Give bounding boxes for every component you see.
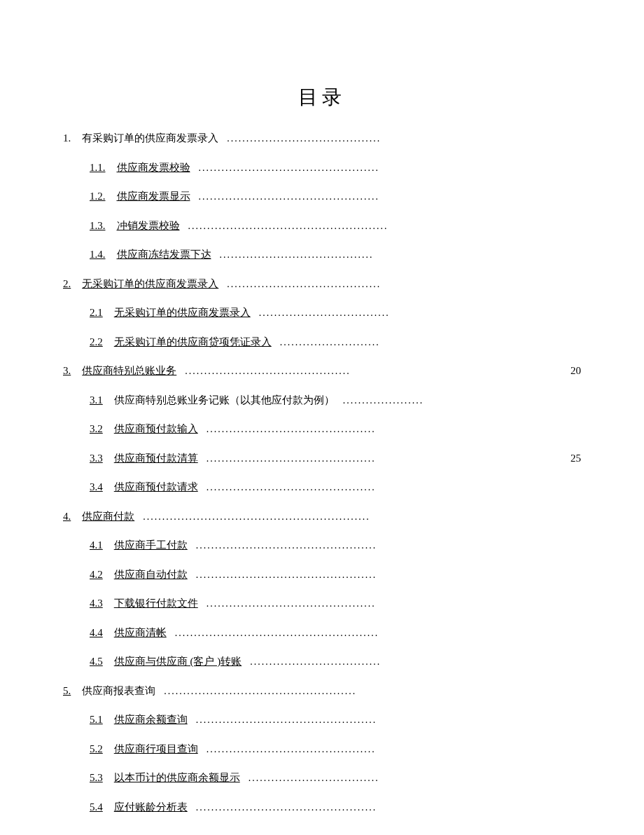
- toc-entry[interactable]: 4.4供应商清帐................................…: [63, 625, 581, 641]
- toc-entry-left: 1.2.供应商发票显示.............................…: [90, 188, 379, 205]
- toc-leader-dots: ........................................…: [188, 219, 388, 233]
- toc-entry-label: 供应商付款: [82, 509, 134, 525]
- toc-entry-label: 无采购订单的供应商发票录入: [114, 305, 251, 321]
- toc-entry-label: 无采购订单的供应商发票录入: [82, 276, 218, 292]
- toc-entry-number: 3.1: [90, 392, 103, 408]
- toc-entry-left: 5.4应付账龄分析表..............................…: [90, 799, 377, 815]
- toc-entry-number: 3.2: [90, 421, 103, 437]
- toc-entry-label: 供应商冻结发票下达: [117, 247, 211, 263]
- toc-entry[interactable]: 5.4应付账龄分析表..............................…: [63, 799, 581, 815]
- toc-entry-label: 供应商行项目查询: [114, 741, 198, 757]
- toc-page-number: 25: [556, 450, 581, 467]
- toc-entry-left: 4.1供应商手工付款..............................…: [90, 537, 377, 553]
- toc-entry-left: 1.1.供应商发票校验.............................…: [90, 160, 379, 176]
- toc-entry-number: 4.2: [90, 567, 103, 583]
- toc-entry-number: 5.4: [90, 799, 103, 815]
- toc-entry[interactable]: 3.4供应商预付款请求.............................…: [63, 479, 581, 495]
- toc-leader-dots: ........................................…: [196, 538, 377, 553]
- toc-entry[interactable]: 4.2供应商自动付款..............................…: [63, 567, 581, 583]
- toc-entry-label: 供应商余额查询: [114, 712, 188, 728]
- toc-entry-number: 3.3: [90, 450, 103, 467]
- toc-entry-number: 3.: [63, 363, 71, 379]
- toc-title: 目录: [63, 84, 581, 111]
- toc-entry-left: 3.2供应商预付款输入.............................…: [90, 421, 376, 437]
- toc-leader-dots: ..................................: [248, 771, 379, 785]
- toc-entry[interactable]: 1.4.供应商冻结发票下达...........................…: [63, 247, 581, 263]
- toc-entry[interactable]: 2.无采购订单的供应商发票录入.........................…: [63, 276, 581, 292]
- toc-entry[interactable]: 2.2无采购订单的供应商贷项凭证录入......................…: [63, 334, 581, 350]
- toc-entry-number: 5.3: [90, 770, 103, 786]
- toc-entry-label: 供应商自动付款: [114, 567, 188, 583]
- toc-leader-dots: ........................................…: [196, 800, 377, 815]
- toc-entry[interactable]: 1.1.供应商发票校验.............................…: [63, 160, 581, 176]
- toc-entry-number: 5.: [63, 683, 71, 699]
- toc-leader-dots: ........................................…: [164, 684, 356, 698]
- toc-entry-number: 5.2: [90, 741, 103, 757]
- toc-leader-dots: ..................................: [250, 654, 381, 669]
- toc-leader-dots: ........................................…: [185, 364, 351, 378]
- toc-leader-dots: ..................................: [259, 305, 390, 320]
- toc-entry-label: 有采购订单的供应商发票录入: [82, 130, 218, 146]
- toc-entry[interactable]: 3.2供应商预付款输入.............................…: [63, 421, 581, 437]
- toc-entry-label: 应付账龄分析表: [114, 799, 188, 815]
- toc-entry[interactable]: 1.3.冲销发票校验..............................…: [63, 218, 581, 234]
- toc-entry[interactable]: 4.5供应商与供应商 (客户 )转账......................…: [63, 654, 581, 670]
- toc-entry-left: 4.供应商付款.................................…: [63, 509, 370, 525]
- toc-entry[interactable]: 1.2.供应商发票显示.............................…: [63, 188, 581, 205]
- toc-leader-dots: ........................................: [220, 247, 374, 262]
- toc-entry-left: 1.3.冲销发票校验..............................…: [90, 218, 388, 234]
- toc-entry[interactable]: 3.1供应商特别总账业务记账（以其他应付款为例）................…: [63, 392, 581, 408]
- toc-entry[interactable]: 3.3供应商预付款清算.............................…: [63, 450, 581, 467]
- toc-entry-label: 供应商特别总账业务: [82, 363, 176, 379]
- toc-leader-dots: ........................................: [227, 277, 381, 291]
- toc-entry[interactable]: 3.供应商特别总账业务.............................…: [63, 363, 581, 379]
- toc-entry-number: 1.1.: [90, 160, 106, 176]
- toc-entry[interactable]: 4.供应商付款.................................…: [63, 509, 581, 525]
- toc-entry-left: 3.供应商特别总账业务.............................…: [63, 363, 351, 379]
- toc-entry-left: 5.1供应商余额查询..............................…: [90, 712, 377, 728]
- toc-entry-label: 供应商特别总账业务记账（以其他应付款为例）: [114, 392, 335, 408]
- toc-leader-dots: ........................................: [227, 131, 381, 146]
- toc-entry-number: 1.4.: [90, 247, 106, 263]
- toc-entry-number: 1.: [63, 130, 71, 146]
- toc-entry-label: 下载银行付款文件: [114, 595, 198, 612]
- toc-entry-label: 供应商报表查询: [82, 683, 155, 699]
- toc-entry[interactable]: 5.供应商报表查询...............................…: [63, 683, 581, 699]
- toc-entry-label: 供应商预付款清算: [114, 450, 198, 467]
- toc-entry-label: 供应商发票校验: [117, 160, 190, 176]
- toc-entry-number: 4.: [63, 509, 71, 525]
- toc-entry[interactable]: 4.3下载银行付款文件.............................…: [63, 595, 581, 612]
- toc-entry[interactable]: 4.1供应商手工付款..............................…: [63, 537, 581, 553]
- toc-leader-dots: ........................................…: [206, 742, 376, 757]
- toc-leader-dots: ........................................…: [143, 509, 370, 524]
- toc-entry-left: 2.1无采购订单的供应商发票录入........................…: [90, 305, 390, 321]
- toc-entry[interactable]: 1.有采购订单的供应商发票录入.........................…: [63, 130, 581, 146]
- toc-leader-dots: ........................................…: [196, 712, 377, 727]
- toc-leader-dots: ........................................…: [206, 451, 376, 466]
- toc-leader-dots: ........................................…: [199, 160, 380, 175]
- toc-entry-left: 1.有采购订单的供应商发票录入.........................…: [63, 130, 381, 146]
- toc-leader-dots: .....................: [343, 393, 424, 408]
- toc-entry-number: 2.: [63, 276, 71, 292]
- toc-leader-dots: ........................................…: [196, 567, 377, 582]
- toc-entry[interactable]: 5.1供应商余额查询..............................…: [63, 712, 581, 728]
- toc-page-number: 20: [556, 363, 581, 379]
- toc-entry-left: 4.5供应商与供应商 (客户 )转账......................…: [90, 654, 381, 670]
- toc-leader-dots: ........................................…: [206, 422, 376, 436]
- toc-entry-label: 以本币计的供应商余额显示: [114, 770, 240, 786]
- toc-entry-left: 5.3以本币计的供应商余额显示.........................…: [90, 770, 379, 786]
- toc-entry-left: 4.3下载银行付款文件.............................…: [90, 595, 376, 612]
- toc-entry-label: 供应商发票显示: [117, 188, 190, 205]
- toc-entry-label: 供应商手工付款: [114, 537, 188, 553]
- toc-entry-left: 1.4.供应商冻结发票下达...........................…: [90, 247, 374, 263]
- toc-entry-left: 3.3供应商预付款清算.............................…: [90, 450, 376, 467]
- toc-entry[interactable]: 2.1无采购订单的供应商发票录入........................…: [63, 305, 581, 321]
- toc-entry[interactable]: 5.2供应商行项目查询.............................…: [63, 741, 581, 757]
- toc-entry-number: 3.4: [90, 479, 103, 495]
- toc-list: 1.有采购订单的供应商发票录入.........................…: [63, 130, 581, 815]
- toc-entry-left: 3.1供应商特别总账业务记账（以其他应付款为例）................…: [90, 392, 424, 408]
- toc-entry-number: 4.4: [90, 625, 103, 641]
- toc-entry-left: 5.2供应商行项目查询.............................…: [90, 741, 376, 757]
- toc-entry-label: 供应商预付款输入: [114, 421, 198, 437]
- toc-entry[interactable]: 5.3以本币计的供应商余额显示.........................…: [63, 770, 581, 786]
